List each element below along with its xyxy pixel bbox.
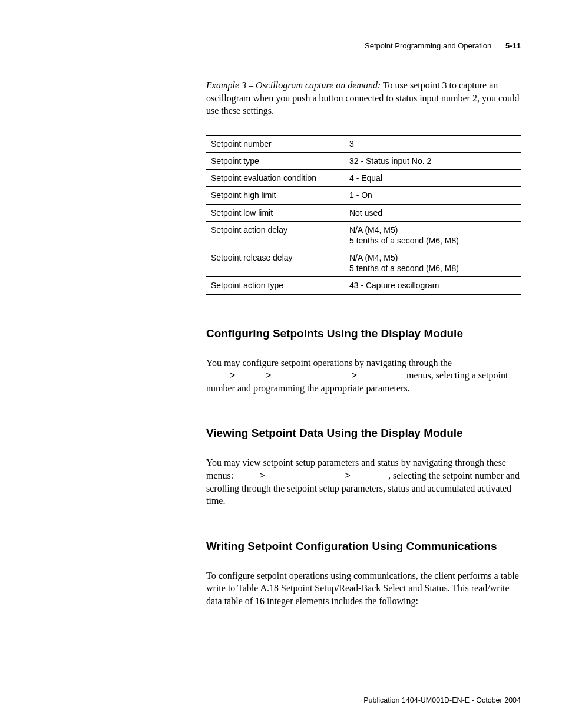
table-value: 1 - On <box>345 187 521 204</box>
page: Setpoint Programming and Operation 5-11 … <box>0 0 562 728</box>
spacer <box>206 412 521 427</box>
table-row: Setpoint action delay N/A (M4, M5)5 tent… <box>206 221 521 249</box>
chevron-right-icon: > <box>257 469 267 482</box>
heading-configuring: Configuring Setpoints Using the Display … <box>206 327 521 340</box>
viewing-text-b: , selecting the setpoint number and scro… <box>206 470 520 506</box>
table-label: Setpoint type <box>206 152 345 169</box>
table-row: Setpoint high limit 1 - On <box>206 187 521 204</box>
table-row: Setpoint action type 43 - Capture oscill… <box>206 277 521 294</box>
chevron-right-icon: > <box>263 369 273 382</box>
chevron-right-icon: > <box>343 469 353 482</box>
example-paragraph: Example 3 – Oscillogram capture on deman… <box>206 79 521 117</box>
content-area: Example 3 – Oscillogram capture on deman… <box>206 79 521 608</box>
table-label: Setpoint action delay <box>206 221 345 249</box>
configuring-paragraph: You may configure setpoint operations by… <box>206 357 521 395</box>
table-label: Setpoint low limit <box>206 204 345 221</box>
header-rule <box>41 55 521 55</box>
table-value: Not used <box>345 204 521 221</box>
table-value: N/A (M4, M5)5 tenths of a second (M6, M8… <box>345 221 521 249</box>
writing-paragraph: To configure setpoint operations using c… <box>206 569 521 608</box>
running-header: Setpoint Programming and Operation 5-11 <box>41 41 521 50</box>
header-title: Setpoint Programming and Operation <box>365 41 491 50</box>
table-row: Setpoint evaluation condition 4 - Equal <box>206 170 521 187</box>
table-value: 4 - Equal <box>345 170 521 187</box>
spacer <box>206 525 521 540</box>
chevron-right-icon: > <box>227 369 237 382</box>
viewing-paragraph: You may view setpoint setup parameters a… <box>206 456 521 507</box>
table-row: Setpoint number 3 <box>206 135 521 152</box>
table-row: Setpoint low limit Not used <box>206 204 521 221</box>
table-label: Setpoint number <box>206 135 345 152</box>
table-value: 32 - Status input No. 2 <box>345 152 521 169</box>
chevron-right-icon: > <box>349 369 359 382</box>
table-row: Setpoint type 32 - Status input No. 2 <box>206 152 521 169</box>
heading-viewing: Viewing Setpoint Data Using the Display … <box>206 427 521 440</box>
configuring-text-a: You may configure setpoint operations by… <box>206 358 452 368</box>
table-label: Setpoint high limit <box>206 187 345 204</box>
setpoint-table: Setpoint number 3 Setpoint type 32 - Sta… <box>206 135 521 295</box>
footer-publication: Publication 1404-UM001D-EN-E - October 2… <box>363 696 521 704</box>
example-lead: Example 3 – Oscillogram capture on deman… <box>206 80 381 90</box>
table-value: 43 - Capture oscillogram <box>345 277 521 294</box>
heading-writing: Writing Setpoint Configuration Using Com… <box>206 540 521 553</box>
table-label: Setpoint evaluation condition <box>206 170 345 187</box>
header-page-number: 5-11 <box>505 41 521 50</box>
table-value: 3 <box>345 135 521 152</box>
table-value: N/A (M4, M5)5 tenths of a second (M6, M8… <box>345 249 521 277</box>
table-row: Setpoint release delay N/A (M4, M5)5 ten… <box>206 249 521 277</box>
table-label: Setpoint release delay <box>206 249 345 277</box>
table-label: Setpoint action type <box>206 277 345 294</box>
